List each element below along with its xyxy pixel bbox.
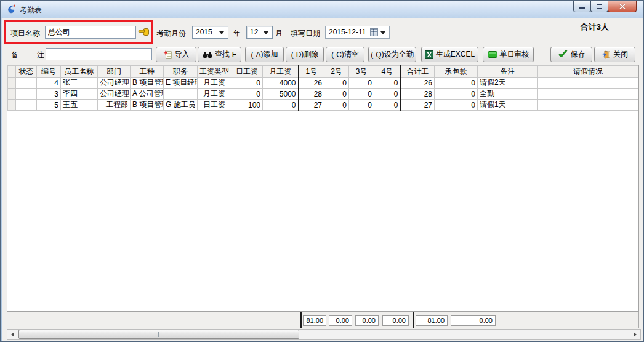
column-header[interactable]: 4号 [374,66,401,78]
cell[interactable]: 5 [37,100,61,111]
cell[interactable]: 0 [324,89,349,100]
cell[interactable]: 0 [324,100,349,111]
cell[interactable]: 0 [374,89,401,100]
row-selector[interactable] [8,78,16,89]
cell[interactable]: 王五 [61,100,98,111]
cell[interactable]: 0 [435,100,478,111]
cell[interactable]: 27 [299,100,324,111]
cell[interactable]: 0 [349,100,374,111]
cell[interactable]: 3 [37,89,61,100]
column-header[interactable]: 备注 [478,66,538,78]
cell[interactable] [164,89,198,100]
horizontal-scrollbar[interactable] [7,329,641,340]
generate-excel-button[interactable]: 生成EXCEL [421,47,478,62]
cell[interactable] [538,78,638,89]
import-button[interactable]: 导入 [156,47,196,62]
cell[interactable]: 张三 [61,78,98,89]
maximize-button[interactable] [590,1,608,12]
cell[interactable]: 0 [231,89,263,100]
cell[interactable]: 28 [299,89,324,100]
cell[interactable]: 28 [401,89,435,100]
cell[interactable]: 26 [401,78,435,89]
year-select[interactable]: 2015 [192,26,228,39]
cell[interactable]: 月工资 [198,78,231,89]
chevron-down-icon[interactable] [219,31,224,34]
save-button[interactable]: 保存 [550,47,592,62]
close-window-button[interactable] [608,1,637,12]
note-input[interactable] [46,48,152,60]
cell[interactable]: 0 [324,78,349,89]
cell[interactable]: 全勤 [478,89,538,100]
cell[interactable] [16,100,37,111]
cell[interactable]: 0 [231,78,263,89]
column-header[interactable]: 合计工 [401,66,435,78]
column-header[interactable]: 承包款 [435,66,478,78]
cell[interactable]: 0 [435,78,478,89]
attendance-grid[interactable]: 状态编号员工名称部门工种职务工资类型日工资月工资1号2号3号4号合计工承包款备注… [7,65,639,312]
cell[interactable]: E 项目经理 [164,78,198,89]
cell[interactable]: 4000 [263,78,299,89]
column-header[interactable]: 1号 [299,66,324,78]
table-row[interactable]: 4张三公司经理B 项目管理E 项目经理月工资0400026000260请假2天 [8,78,638,89]
project-name-input[interactable] [45,26,136,39]
column-header[interactable]: 部门 [98,66,131,78]
cell[interactable]: 0 [349,78,374,89]
column-header[interactable]: 状态 [16,66,37,78]
row-selector[interactable] [8,100,16,111]
cell[interactable]: B 项目管理 [131,100,164,111]
table-row[interactable]: 3李四公司经理A 公司管理月工资0500028000280全勤 [8,89,638,100]
clear-button[interactable]: (C)清空 [326,47,364,62]
cell[interactable]: 0 [435,89,478,100]
cell[interactable]: 月工资 [198,89,231,100]
column-header[interactable]: 职务 [164,66,198,78]
cell[interactable]: 0 [374,78,401,89]
cell[interactable]: 100 [231,100,263,111]
cell[interactable]: 工程部 [98,100,131,111]
column-header[interactable]: 请假情况 [538,66,638,78]
calendar-icon[interactable] [370,28,378,36]
delete-button[interactable]: (D)删除 [286,47,324,62]
column-header[interactable]: 3号 [349,66,374,78]
cell[interactable]: 27 [401,100,435,111]
add-button[interactable]: (A)添加 [245,47,284,62]
title-bar[interactable]: 考勤表 [1,1,643,18]
cell[interactable]: 0 [374,100,401,111]
cell[interactable]: B 项目管理 [131,78,164,89]
row-selector[interactable] [8,89,16,100]
scroll-right-button[interactable] [630,330,640,339]
cell[interactable]: 26 [299,78,324,89]
set-full-attendance-button[interactable]: (Q)设为全勤 [368,47,416,62]
cell[interactable]: 请假2天 [478,78,538,89]
scroll-left-button[interactable] [7,330,18,339]
column-header[interactable]: 工资类型 [198,66,231,78]
cell[interactable]: A 公司管理 [131,89,164,100]
cell[interactable]: G 施工员 [164,100,198,111]
chevron-down-icon[interactable] [380,31,385,34]
chevron-down-icon[interactable] [264,31,268,34]
minimize-button[interactable] [573,1,591,12]
cell[interactable]: 5000 [263,89,299,100]
cell[interactable]: 公司经理 [98,78,131,89]
fill-date-picker[interactable]: 2015-12-11 [325,26,390,39]
cell[interactable]: 请假1天 [478,100,538,111]
cell[interactable]: 日工资 [198,100,231,111]
column-header[interactable]: 2号 [324,66,349,78]
scrollbar-thumb[interactable] [18,330,299,339]
cell[interactable] [16,89,37,100]
project-picker-hand-icon[interactable] [138,27,150,36]
month-select[interactable]: 12 [246,26,273,39]
cell[interactable]: 李四 [61,89,98,100]
column-header[interactable]: 月工资 [263,66,299,78]
cell[interactable] [538,89,638,100]
cell[interactable]: 公司经理 [98,89,131,100]
close-button[interactable]: 关闭 [594,47,635,62]
column-header[interactable]: 工种 [131,66,164,78]
daily-audit-button[interactable]: 单日审核 [483,47,534,62]
column-header[interactable]: 日工资 [231,66,263,78]
cell[interactable]: 0 [263,100,299,111]
cell[interactable] [16,78,37,89]
find-button[interactable]: 查找F [198,47,241,62]
cell[interactable]: 4 [37,78,61,89]
column-header[interactable]: 编号 [37,66,61,78]
column-header[interactable]: 员工名称 [61,66,98,78]
